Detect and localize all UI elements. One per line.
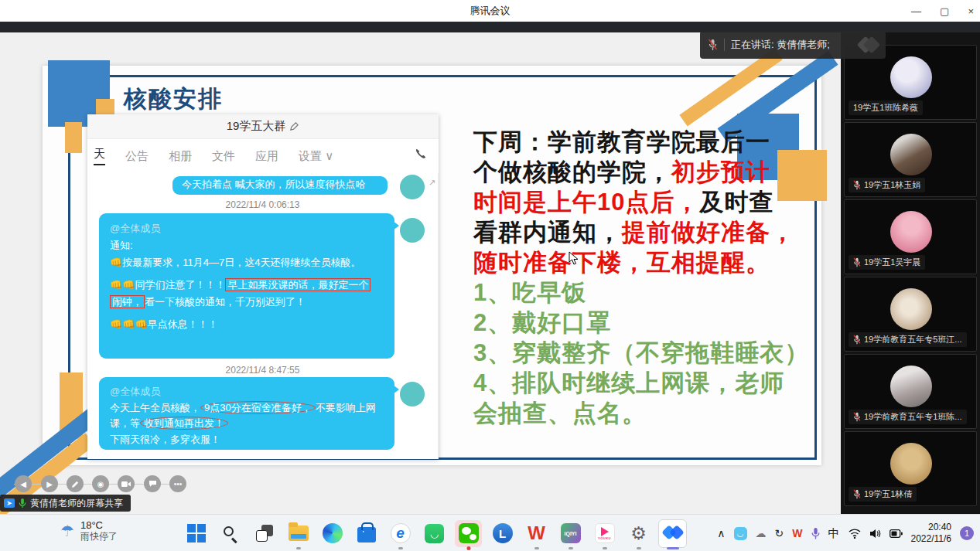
participant-tile[interactable]: 19学五1吴宇晨 <box>844 199 977 274</box>
restore-button[interactable]: ▢ <box>940 5 949 17</box>
speaking-label: 正在讲话: 黄倩倩老师; <box>731 38 830 52</box>
next-page-button[interactable]: ▶ <box>41 475 58 492</box>
tencent-meeting-button[interactable] <box>662 523 683 544</box>
participant-name: 19学五1林倩 <box>864 488 912 500</box>
notice-segment: 随时准备下楼，互相提醒。 <box>473 249 770 276</box>
chat-bubble-today: @全体成员 今天上午全员核酸，9点30分在宿舍准备好，不要影响上网 课，等收到通… <box>99 377 394 450</box>
youku-button[interactable]: YOUKU <box>594 523 615 544</box>
sender-avatar <box>400 382 425 406</box>
mic-muted-icon <box>853 489 861 499</box>
more-button[interactable]: ••• <box>169 475 186 492</box>
deco-yellow-rect-left <box>65 122 82 153</box>
tray-chevron-icon[interactable]: ∧ <box>717 527 725 539</box>
mention-all: @全体成员 <box>110 223 160 234</box>
wps-button[interactable]: W <box>526 523 547 544</box>
close-button[interactable]: × <box>968 5 974 17</box>
wechat-button[interactable] <box>458 523 479 544</box>
participant-avatar <box>890 288 932 330</box>
notice-segment: 个做核酸的学院， <box>473 158 671 185</box>
minimize-button[interactable]: — <box>911 5 921 17</box>
message-line: 👊按最新要求，11月4—7日，这4天还得继续全员核酸。 <box>110 257 360 268</box>
taskbar-weather-widget[interactable]: ☂ 18°C 雨快停了 <box>60 519 118 542</box>
participant-name: 19学五1班陈希薇 <box>853 102 918 114</box>
voice-input-icon[interactable] <box>811 528 820 539</box>
edge-browser-button[interactable] <box>322 523 343 544</box>
participant-name: 19学前教育五年专1班陈... <box>864 411 962 423</box>
window-title: 腾讯会议 <box>470 4 510 18</box>
wps-tray-icon[interactable]: W <box>792 527 802 539</box>
search-button[interactable] <box>220 523 241 544</box>
participant-tile[interactable]: 19学前教育五年专5班江... <box>844 277 977 352</box>
green-bag-icon: ◡ <box>425 524 444 543</box>
message-line: 👊👊同学们注意了！！！ <box>110 279 225 291</box>
chat-button[interactable] <box>144 475 161 492</box>
umbrella-icon: ☂ <box>60 522 74 540</box>
ime-indicator[interactable]: 中 <box>828 526 840 541</box>
annotate-pen-button[interactable] <box>67 475 84 492</box>
participant-avatar <box>890 56 932 98</box>
iqiyi-icon: iQIYI <box>561 523 581 543</box>
sync-icon[interactable]: ↻ <box>775 527 784 539</box>
screen-share-status[interactable]: ➤ 黄倩倩老师的屏幕共享 <box>0 495 131 512</box>
participant-avatar <box>890 211 932 253</box>
gear-icon: ⚙ <box>630 523 647 543</box>
participant-tile[interactable]: 19学五1林倩 <box>844 431 977 506</box>
window-titlebar: 腾讯会议 — ▢ × <box>0 0 980 22</box>
message-line: 下雨天很冷，多穿衣服！ <box>110 434 220 445</box>
weather-desc: 雨快停了 <box>80 531 118 542</box>
running-indicator <box>296 547 301 549</box>
camera-icon <box>121 481 131 488</box>
previous-page-button[interactable]: ◀ <box>15 475 32 492</box>
weather-temp: 18°C <box>80 519 118 531</box>
chat-tab-settings: 设置 ∨ <box>299 149 333 164</box>
wechat-icon <box>459 523 479 543</box>
participant-tile[interactable]: 19学五1林玉娟 <box>844 122 977 197</box>
notification-center-badge[interactable]: 1 <box>960 526 974 540</box>
participant-tile[interactable]: 19学前教育五年专1班陈... <box>844 354 977 429</box>
file-explorer-button[interactable] <box>288 523 309 544</box>
notice-segment: 时间是上午10点后， <box>473 189 699 216</box>
screen-share-icon: ➤ <box>4 498 15 508</box>
running-indicator <box>534 547 539 549</box>
meeting-watermark-logo <box>859 39 878 51</box>
settings-button[interactable]: ⚙ <box>628 523 649 544</box>
message-line: 👊👊👊早点休息！！！ <box>110 318 218 330</box>
start-button[interactable] <box>186 523 207 544</box>
mouse-cursor <box>569 251 579 265</box>
wifi-icon[interactable] <box>849 529 861 539</box>
participant-avatar <box>890 134 932 175</box>
e-browser-button[interactable]: e <box>390 523 411 544</box>
spotlight-button[interactable]: ◉ <box>92 475 109 492</box>
notice-segment: 下周：学前教育学院最后一 <box>473 128 770 155</box>
pen-icon <box>71 480 80 488</box>
clock-date: 2022/11/6 <box>911 533 952 545</box>
message-line: 课，等 <box>110 417 140 429</box>
task-view-button[interactable] <box>254 523 275 544</box>
iqiyi-button[interactable]: iQIYI <box>560 523 581 544</box>
green-store-button[interactable]: ◡ <box>424 523 445 544</box>
chat-tab-chat: 天 <box>94 147 105 165</box>
chat-message-area: 今天拍着点 喊大家的，所以速度得快点哈 ↗ 2022/11/4 0:06:13 … <box>87 173 439 459</box>
mention-all: @全体成员 <box>110 386 160 397</box>
taskbar-clock[interactable]: 20:40 2022/11/6 <box>911 522 952 545</box>
red-annotation-ellipse: 9点30分在宿舍准备好， <box>200 401 316 414</box>
qq-tray-icon[interactable]: ◡ <box>734 527 747 540</box>
microsoft-store-button[interactable] <box>356 523 377 544</box>
onedrive-cloud-icon[interactable]: ☁ <box>756 527 767 539</box>
chat-bubble-notice: @全体成员 通知: 👊按最新要求，11月4—7日，这4天还得继续全员核酸。 👊👊… <box>99 213 394 359</box>
mic-muted-icon <box>853 257 861 267</box>
shared-screen-area: 核酸安排 19学五大群 天 公告 相册 文件 应用 设置 ∨ 今天拍着点 喊大家… <box>0 32 841 514</box>
banner-divider <box>724 39 725 51</box>
message-line: 今天上午全员核酸， <box>110 402 200 413</box>
participant-avatar <box>890 366 932 407</box>
camera-button[interactable] <box>118 475 135 492</box>
mic-muted-icon <box>853 412 861 422</box>
lenovo-app-button[interactable]: L <box>492 523 513 544</box>
notification-dot <box>466 546 470 550</box>
mic-muted-icon <box>853 335 861 345</box>
notice-list-item: 会抽查、点名。 <box>473 400 647 427</box>
chat-tab-bar: 天 公告 相册 文件 应用 设置 ∨ <box>87 139 439 173</box>
store-icon <box>357 527 376 542</box>
volume-icon[interactable] <box>869 529 881 539</box>
battery-icon[interactable] <box>890 529 903 538</box>
